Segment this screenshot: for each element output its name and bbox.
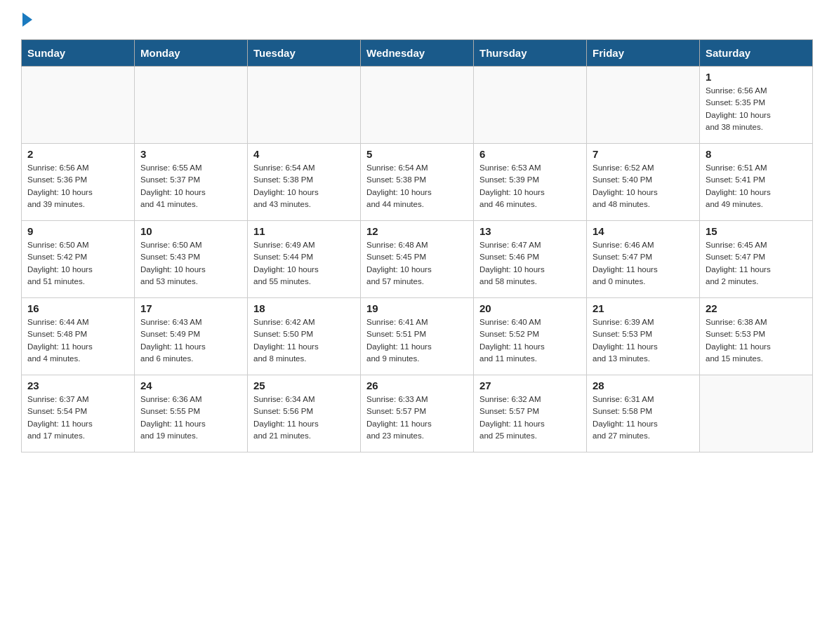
day-info: Sunrise: 6:46 AMSunset: 5:47 PMDaylight:…	[593, 239, 694, 288]
day-number: 13	[479, 225, 581, 237]
day-number: 18	[253, 302, 355, 314]
calendar-cell: 10Sunrise: 6:50 AMSunset: 5:43 PMDayligh…	[135, 221, 248, 298]
calendar-cell: 16Sunrise: 6:44 AMSunset: 5:48 PMDayligh…	[22, 298, 135, 375]
weekday-header-saturday: Saturday	[700, 40, 813, 67]
weekday-header-row: SundayMondayTuesdayWednesdayThursdayFrid…	[22, 40, 813, 67]
day-number: 10	[140, 225, 241, 237]
weekday-header-wednesday: Wednesday	[361, 40, 474, 67]
weekday-header-sunday: Sunday	[22, 40, 135, 67]
calendar-cell: 15Sunrise: 6:45 AMSunset: 5:47 PMDayligh…	[700, 221, 813, 298]
day-number: 14	[593, 225, 694, 237]
calendar-cell: 21Sunrise: 6:39 AMSunset: 5:53 PMDayligh…	[587, 298, 700, 375]
weekday-header-thursday: Thursday	[474, 40, 587, 67]
day-info: Sunrise: 6:31 AMSunset: 5:58 PMDaylight:…	[593, 394, 694, 442]
day-info: Sunrise: 6:49 AMSunset: 5:44 PMDaylight:…	[253, 239, 355, 288]
weekday-header-monday: Monday	[135, 40, 248, 67]
day-info: Sunrise: 6:44 AMSunset: 5:48 PMDaylight:…	[27, 316, 128, 365]
calendar-cell: 23Sunrise: 6:37 AMSunset: 5:54 PMDayligh…	[22, 375, 135, 452]
calendar-cell: 22Sunrise: 6:38 AMSunset: 5:53 PMDayligh…	[700, 298, 813, 375]
calendar-cell: 14Sunrise: 6:46 AMSunset: 5:47 PMDayligh…	[587, 221, 700, 298]
calendar-cell: 26Sunrise: 6:33 AMSunset: 5:57 PMDayligh…	[361, 375, 474, 452]
calendar-cell: 7Sunrise: 6:52 AMSunset: 5:40 PMDaylight…	[587, 144, 700, 221]
day-info: Sunrise: 6:53 AMSunset: 5:39 PMDaylight:…	[479, 162, 581, 210]
day-number: 19	[366, 302, 468, 314]
calendar-cell: 17Sunrise: 6:43 AMSunset: 5:49 PMDayligh…	[135, 298, 248, 375]
day-info: Sunrise: 6:52 AMSunset: 5:40 PMDaylight:…	[593, 162, 694, 210]
calendar-cell: 3Sunrise: 6:55 AMSunset: 5:37 PMDaylight…	[135, 144, 248, 221]
day-number: 28	[593, 380, 694, 391]
calendar-cell: 19Sunrise: 6:41 AMSunset: 5:51 PMDayligh…	[361, 298, 474, 375]
day-number: 7	[593, 148, 694, 160]
calendar-cell	[135, 67, 248, 144]
calendar-cell: 5Sunrise: 6:54 AMSunset: 5:38 PMDaylight…	[361, 144, 474, 221]
calendar-cell: 12Sunrise: 6:48 AMSunset: 5:45 PMDayligh…	[361, 221, 474, 298]
day-number: 15	[706, 225, 807, 237]
day-info: Sunrise: 6:56 AMSunset: 5:36 PMDaylight:…	[27, 162, 128, 210]
calendar-week-row: 2Sunrise: 6:56 AMSunset: 5:36 PMDaylight…	[22, 144, 813, 221]
calendar-cell	[587, 67, 700, 144]
calendar-cell	[361, 67, 474, 144]
day-number: 23	[27, 380, 128, 391]
calendar-week-row: 1Sunrise: 6:56 AMSunset: 5:35 PMDaylight…	[22, 67, 813, 144]
calendar-cell: 27Sunrise: 6:32 AMSunset: 5:57 PMDayligh…	[474, 375, 587, 452]
calendar-cell: 4Sunrise: 6:54 AMSunset: 5:38 PMDaylight…	[248, 144, 361, 221]
day-info: Sunrise: 6:54 AMSunset: 5:38 PMDaylight:…	[366, 162, 468, 210]
day-info: Sunrise: 6:48 AMSunset: 5:45 PMDaylight:…	[366, 239, 468, 288]
day-info: Sunrise: 6:39 AMSunset: 5:53 PMDaylight:…	[593, 316, 694, 365]
day-info: Sunrise: 6:37 AMSunset: 5:54 PMDaylight:…	[27, 394, 128, 442]
day-info: Sunrise: 6:42 AMSunset: 5:50 PMDaylight:…	[253, 316, 355, 365]
day-number: 4	[253, 148, 355, 160]
day-number: 20	[479, 302, 581, 314]
day-number: 25	[253, 380, 355, 391]
calendar-cell	[248, 67, 361, 144]
weekday-header-friday: Friday	[587, 40, 700, 67]
weekday-header-tuesday: Tuesday	[248, 40, 361, 67]
day-info: Sunrise: 6:32 AMSunset: 5:57 PMDaylight:…	[479, 394, 581, 442]
day-info: Sunrise: 6:51 AMSunset: 5:41 PMDaylight:…	[706, 162, 807, 210]
day-info: Sunrise: 6:56 AMSunset: 5:35 PMDaylight:…	[706, 85, 807, 133]
day-info: Sunrise: 6:47 AMSunset: 5:46 PMDaylight:…	[479, 239, 581, 288]
calendar-cell: 24Sunrise: 6:36 AMSunset: 5:55 PMDayligh…	[135, 375, 248, 452]
day-info: Sunrise: 6:34 AMSunset: 5:56 PMDaylight:…	[253, 394, 355, 442]
day-number: 9	[27, 225, 128, 237]
calendar-week-row: 16Sunrise: 6:44 AMSunset: 5:48 PMDayligh…	[22, 298, 813, 375]
calendar-week-row: 9Sunrise: 6:50 AMSunset: 5:42 PMDaylight…	[22, 221, 813, 298]
page-header	[21, 14, 813, 28]
day-number: 8	[706, 148, 807, 160]
calendar-cell: 20Sunrise: 6:40 AMSunset: 5:52 PMDayligh…	[474, 298, 587, 375]
day-number: 3	[140, 148, 241, 160]
day-number: 17	[140, 302, 241, 314]
calendar-cell: 1Sunrise: 6:56 AMSunset: 5:35 PMDaylight…	[700, 67, 813, 144]
day-number: 22	[706, 302, 807, 314]
day-number: 24	[140, 380, 241, 391]
day-number: 11	[253, 225, 355, 237]
calendar-cell: 8Sunrise: 6:51 AMSunset: 5:41 PMDaylight…	[700, 144, 813, 221]
day-info: Sunrise: 6:36 AMSunset: 5:55 PMDaylight:…	[140, 394, 241, 442]
calendar-week-row: 23Sunrise: 6:37 AMSunset: 5:54 PMDayligh…	[22, 375, 813, 452]
day-info: Sunrise: 6:43 AMSunset: 5:49 PMDaylight:…	[140, 316, 241, 365]
calendar-cell: 9Sunrise: 6:50 AMSunset: 5:42 PMDaylight…	[22, 221, 135, 298]
day-number: 21	[593, 302, 694, 314]
day-number: 12	[366, 225, 468, 237]
day-info: Sunrise: 6:50 AMSunset: 5:42 PMDaylight:…	[27, 239, 128, 288]
day-number: 1	[706, 71, 807, 83]
day-number: 6	[479, 148, 581, 160]
calendar-cell	[22, 67, 135, 144]
calendar-cell: 28Sunrise: 6:31 AMSunset: 5:58 PMDayligh…	[587, 375, 700, 452]
day-info: Sunrise: 6:33 AMSunset: 5:57 PMDaylight:…	[366, 394, 468, 442]
day-number: 5	[366, 148, 468, 160]
day-number: 26	[366, 380, 468, 391]
calendar-cell: 13Sunrise: 6:47 AMSunset: 5:46 PMDayligh…	[474, 221, 587, 298]
day-info: Sunrise: 6:40 AMSunset: 5:52 PMDaylight:…	[479, 316, 581, 365]
calendar-cell: 25Sunrise: 6:34 AMSunset: 5:56 PMDayligh…	[248, 375, 361, 452]
calendar-cell	[474, 67, 587, 144]
calendar-cell: 11Sunrise: 6:49 AMSunset: 5:44 PMDayligh…	[248, 221, 361, 298]
day-number: 16	[27, 302, 128, 314]
logo-arrow-icon	[22, 13, 32, 27]
calendar-cell: 18Sunrise: 6:42 AMSunset: 5:50 PMDayligh…	[248, 298, 361, 375]
day-info: Sunrise: 6:55 AMSunset: 5:37 PMDaylight:…	[140, 162, 241, 210]
logo	[21, 14, 32, 28]
calendar-cell	[700, 375, 813, 452]
day-number: 27	[479, 380, 581, 391]
day-info: Sunrise: 6:54 AMSunset: 5:38 PMDaylight:…	[253, 162, 355, 210]
